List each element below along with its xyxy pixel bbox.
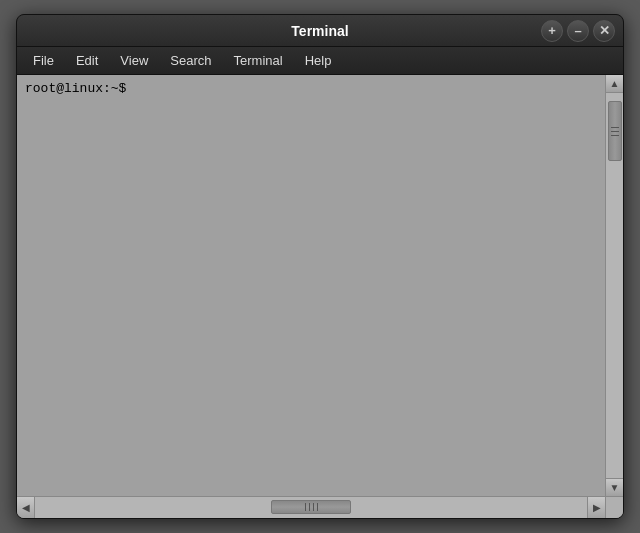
grip-line-3 xyxy=(611,135,619,136)
menu-terminal[interactable]: Terminal xyxy=(224,50,293,71)
scroll-thumb-grip xyxy=(611,127,619,136)
menu-search[interactable]: Search xyxy=(160,50,221,71)
scroll-up-button[interactable]: ▲ xyxy=(606,75,623,93)
bottom-bar: ◀ ▶ xyxy=(17,496,623,518)
menu-view[interactable]: View xyxy=(110,50,158,71)
grip-line-1 xyxy=(611,127,619,128)
vertical-scrollbar: ▲ ▼ xyxy=(605,75,623,496)
scrollbar-corner xyxy=(605,497,623,519)
scroll-thumb-grip-h xyxy=(305,503,318,511)
menu-file[interactable]: File xyxy=(23,50,64,71)
scroll-down-button[interactable]: ▼ xyxy=(606,478,623,496)
scroll-right-button[interactable]: ▶ xyxy=(587,497,605,519)
close-button[interactable]: ✕ xyxy=(593,20,615,42)
scroll-left-button[interactable]: ◀ xyxy=(17,497,35,519)
title-bar: Terminal + – ✕ xyxy=(17,15,623,47)
menu-edit[interactable]: Edit xyxy=(66,50,108,71)
terminal-body: root@linux:~$ ▲ ▼ xyxy=(17,75,623,496)
menu-bar: File Edit View Search Terminal Help xyxy=(17,47,623,75)
terminal-content[interactable]: root@linux:~$ xyxy=(17,75,605,496)
terminal-window: Terminal + – ✕ File Edit View Search Ter… xyxy=(16,14,624,519)
scroll-thumb-horizontal[interactable] xyxy=(271,500,351,514)
terminal-prompt: root@linux:~$ xyxy=(25,81,126,96)
grip-line-h-2 xyxy=(309,503,310,511)
grip-line-h-4 xyxy=(317,503,318,511)
grip-line-2 xyxy=(611,131,619,132)
scroll-thumb-vertical[interactable] xyxy=(608,101,622,161)
window-controls: + – ✕ xyxy=(541,20,615,42)
scroll-track-vertical[interactable] xyxy=(606,93,623,478)
add-button[interactable]: + xyxy=(541,20,563,42)
menu-help[interactable]: Help xyxy=(295,50,342,71)
window-title: Terminal xyxy=(291,23,348,39)
scroll-track-horizontal[interactable] xyxy=(35,497,587,518)
minimize-button[interactable]: – xyxy=(567,20,589,42)
grip-line-h-1 xyxy=(305,503,306,511)
horizontal-scrollbar: ◀ ▶ xyxy=(17,497,605,518)
grip-line-h-3 xyxy=(313,503,314,511)
